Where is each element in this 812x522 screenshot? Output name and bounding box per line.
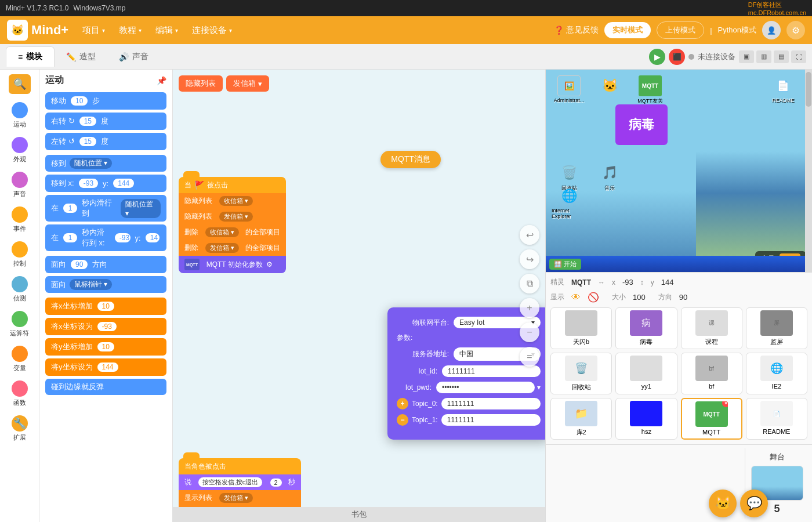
sidebar-item-motion[interactable]: 运动 <box>3 99 36 132</box>
sprite-card-recycle[interactable]: 🗑️ 回收站 <box>550 353 612 394</box>
tab-sounds[interactable]: 🔊 声音 <box>107 47 160 67</box>
block-goto-xy[interactable]: 移到 x: -93 y: 144 <box>45 175 166 192</box>
stage-scroll-thumb[interactable] <box>806 72 811 107</box>
mqtt-message-block[interactable]: MQTT消息 <box>380 151 441 168</box>
sidebar-item-operators[interactable]: 运算符 <box>3 307 36 341</box>
eye-toggle-icon[interactable]: ▾ <box>537 383 541 392</box>
block-delete-inbox[interactable]: 删除 收信箱 ▾ 的全部项目 <box>179 224 286 240</box>
topic-remove-button[interactable]: − <box>397 414 408 426</box>
settings-button[interactable]: ⚙ <box>786 21 805 39</box>
block-show-outbox[interactable]: 显示列表 发信箱 ▾ <box>179 490 301 506</box>
undo-button[interactable]: ↩ <box>520 225 539 245</box>
tab-blocks[interactable]: ≡ 模块 <box>6 46 55 67</box>
add-sprite-button[interactable]: 🐱 <box>709 490 737 517</box>
sidebar-item-looks[interactable]: 外观 <box>3 133 36 167</box>
sprite-card-ku2[interactable]: 📁 库2 <box>550 398 612 440</box>
sprite-thumb-11: 📄 <box>760 401 793 426</box>
sprite-card-ie2[interactable]: 🌐 IE2 <box>746 353 807 394</box>
block-turn-left[interactable]: 左转 ↺ 15 度 <box>45 133 166 150</box>
block-turn-right[interactable]: 右转 ↻ 15 度 <box>45 113 166 130</box>
sprite-grid: 天闪b 病 病毒 课 课程 屏 监屏 🗑️ 回收站 <box>550 307 807 440</box>
layout-btn-3[interactable]: ▤ <box>774 50 789 63</box>
hat-block-flag[interactable]: 当 🚩 被点击 <box>179 177 286 193</box>
sprite-card-jiping[interactable]: 屏 监屏 <box>746 307 807 349</box>
block-say[interactable]: 说 按空格发信,按c退出 2 秒 <box>179 474 301 490</box>
layout-btn-1[interactable]: ▣ <box>739 50 754 63</box>
start-button[interactable]: 🪟 开始 <box>549 259 581 270</box>
sprite-thumb-0 <box>565 310 597 336</box>
block-goto-random[interactable]: 移到 随机位置 ▾ <box>45 155 166 172</box>
menu-tutorial[interactable]: 教程 ▾ <box>113 21 147 39</box>
block-set-x[interactable]: 将x坐标设为 -93 <box>45 318 166 335</box>
menu-project[interactable]: 项目 ▾ <box>77 21 111 39</box>
hide-list-button[interactable]: 隐藏列表 <box>179 75 223 92</box>
desktop-icon-mqtt-face[interactable]: 🐱 <box>592 75 627 96</box>
sidebar-item-events[interactable]: 事件 <box>3 203 36 237</box>
zoom-fit-button[interactable]: = <box>520 347 539 367</box>
stage-scrollbar[interactable] <box>805 70 812 272</box>
layout-btn-2[interactable]: ▥ <box>756 50 771 63</box>
block-hide-inbox[interactable]: 隐藏列表 收信箱 ▾ <box>179 193 286 209</box>
block-delete-outbox[interactable]: 删除 发信箱 ▾ 的全部项目 <box>179 240 286 256</box>
stop-button[interactable]: ⬛ <box>669 49 685 65</box>
zoom-out-button[interactable]: − <box>520 322 539 342</box>
topic-add-button[interactable]: + <box>397 398 408 409</box>
sprite-card-kecheng[interactable]: 课 课程 <box>681 307 742 349</box>
menu-connect[interactable]: 连接设备 ▾ <box>186 21 238 39</box>
green-flag-button[interactable]: ▶ <box>649 49 665 65</box>
sidebar-item-control[interactable]: 控制 <box>3 238 36 271</box>
hat-block-sprite-click[interactable]: 当角色被点击 <box>179 458 301 474</box>
desktop-icon-music[interactable]: 🎵 音乐 <box>592 162 627 192</box>
block-glide-random[interactable]: 在 1 秒内滑行到 随机位置 ▾ <box>45 195 166 222</box>
desktop-icon-readme[interactable]: 📄 README <box>766 75 800 103</box>
file-name: Windows7V3.mp <box>73 4 125 12</box>
sidebar-item-extensions[interactable]: 🔧 扩展 <box>3 412 36 445</box>
block-face-mouse[interactable]: 面向 鼠标指针 ▾ <box>45 276 166 293</box>
sprite-info-row: 精灵 MQTT ↔ x -93 ↕ y 144 <box>550 277 807 287</box>
block-bounce[interactable]: 碰到边缘就反弹 <box>45 379 166 395</box>
sprite-card-readme[interactable]: 📄 README <box>746 398 807 440</box>
block-change-y[interactable]: 将y坐标增加 10 <box>45 338 166 356</box>
sprite-card-yy1[interactable]: yy1 <box>615 353 677 394</box>
tab-costumes[interactable]: ✏️ 造型 <box>55 47 107 67</box>
copy-button[interactable]: ⧉ <box>520 274 539 293</box>
block-change-x[interactable]: 将x坐标增加 10 <box>45 298 166 315</box>
sidebar-item-variables[interactable]: 变量 <box>3 342 36 376</box>
topic0-input[interactable] <box>441 398 541 409</box>
zoom-in-button[interactable]: + <box>520 298 539 318</box>
desktop-icon-admin[interactable]: 🖼️ Administrat... <box>552 75 586 103</box>
iot-pwd-input[interactable] <box>436 382 535 393</box>
sprite-card-virus[interactable]: 病 病毒 <box>615 307 677 349</box>
show-toggle-on[interactable]: 👁 <box>571 292 581 303</box>
block-mqtt-init[interactable]: MQTT MQTT 初始化参数 ⚙ <box>179 256 286 273</box>
sidebar-item-sensing[interactable]: 侦测 <box>3 273 36 306</box>
sprite-card-bf[interactable]: bf bf <box>681 353 742 394</box>
block-face-direction[interactable]: 面向 90 方向 <box>45 256 166 273</box>
sidebar-item-functions[interactable]: 函数 <box>3 377 36 411</box>
sidebar-item-sound[interactable]: 声音 <box>3 168 36 202</box>
search-button[interactable]: 🔍 <box>9 74 31 94</box>
show-toggle-off[interactable]: 🚫 <box>588 292 599 303</box>
sprite-card-mqtt[interactable]: MQTT × MQTT <box>681 398 742 440</box>
block-glide-xy[interactable]: 在 1 秒内滑行到 x: -93 y: 14 <box>45 224 166 251</box>
sprite-card-hsz[interactable]: hsz <box>615 398 677 440</box>
pin-icon[interactable]: 📌 <box>157 76 166 85</box>
desktop-icon-ie[interactable]: 🌐 Internet Explorer <box>552 186 586 219</box>
layout-btn-fullscreen[interactable]: ⛶ <box>791 50 806 63</box>
block-set-y[interactable]: 将y坐标设为 144 <box>45 358 166 376</box>
block-hide-outbox[interactable]: 隐藏列表 发信箱 ▾ <box>179 209 286 224</box>
sprite-card-tianshanb[interactable]: 天闪b <box>550 307 612 349</box>
chat-button[interactable]: 💬 <box>740 490 768 517</box>
avatar[interactable]: 👤 <box>762 21 781 39</box>
desktop-icon-mqtt-readme[interactable]: MQTT MQTT友关 <box>633 75 668 105</box>
block-move[interactable]: 移动 10 步 <box>45 92 166 110</box>
send-box-button[interactable]: 发信箱 ▾ <box>226 75 269 92</box>
redo-button[interactable]: ↪ <box>520 249 539 269</box>
topic1-input[interactable] <box>441 414 541 426</box>
iot-id-input[interactable] <box>442 365 541 377</box>
menu-edit[interactable]: 编辑 ▾ <box>150 21 184 39</box>
python-mode-button[interactable]: Python模式 <box>718 25 756 35</box>
realtime-mode-button[interactable]: 实时模式 <box>604 22 651 38</box>
upload-mode-button[interactable]: 上传模式 <box>657 21 704 39</box>
feedback-button[interactable]: ❓ 意见反馈 <box>554 25 599 35</box>
